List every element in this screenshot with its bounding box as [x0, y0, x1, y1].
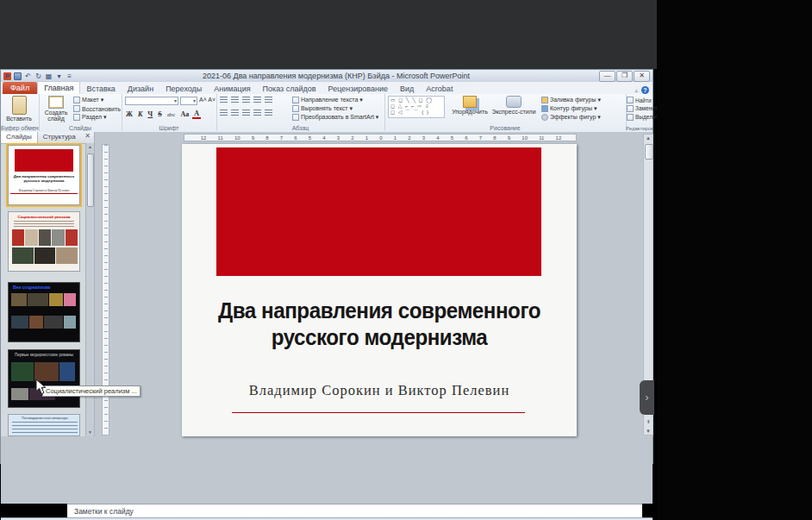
- notes-pane[interactable]: Заметки к слайду: [67, 504, 642, 517]
- slide-thumbnail-1[interactable]: Два направления современного русского мо…: [8, 145, 80, 205]
- align-right-icon[interactable]: [242, 110, 250, 116]
- reset-button[interactable]: Восстановить: [73, 105, 121, 112]
- slide-thumbnail-3[interactable]: Вне соцреализма: [8, 282, 80, 342]
- line-spacing-icon[interactable]: [265, 97, 272, 103]
- editing-group: Найти Заменить ▾ Выделить ▾ Редактирован…: [626, 94, 653, 131]
- drawing-group: ▭ ◻ ╲ ╲ ◻ ◯ ◻ △ ⌐ ⌐ ⇨ ⇩ ◻ ◁ ⌒ ⌒ { } Упор…: [384, 94, 627, 131]
- font-group: A˄ A˅ Ж К Ч S abc Aa А Шрифт: [122, 94, 217, 131]
- paragraph-group: Направление текста ▾ Выровнять текст ▾ П…: [216, 94, 385, 131]
- desktop: P ↶ ↻ ▦ ▾ ≡ 2021-06 Два направления моде…: [0, 0, 812, 520]
- tab-file[interactable]: Файл: [3, 82, 37, 94]
- shapes-gallery[interactable]: ▭ ◻ ╲ ╲ ◻ ◯ ◻ △ ⌐ ⌐ ⇨ ⇩ ◻ ◁ ⌒ ⌒ { }: [388, 96, 445, 118]
- tab-design[interactable]: Дизайн: [122, 83, 159, 94]
- convert-smartart-button[interactable]: Преобразовать в SmartArt ▾: [292, 114, 378, 121]
- slide-title[interactable]: Два направления современного русского мо…: [215, 298, 543, 351]
- thumb3-collage: [11, 293, 78, 336]
- columns-icon[interactable]: [265, 110, 272, 116]
- quick-access-toolbar: P ↶ ↻ ▦ ▾ ≡: [1, 70, 73, 82]
- tab-animations[interactable]: Анимация: [208, 83, 256, 94]
- align-buttons: [220, 110, 274, 116]
- pane-tab-slides[interactable]: Слайды: [1, 132, 38, 143]
- underline-button[interactable]: Ч: [146, 110, 154, 118]
- help-icon[interactable]: ?: [641, 86, 649, 94]
- grow-shrink-font[interactable]: A˄ A˅: [199, 97, 215, 103]
- indent-decrease-icon[interactable]: [242, 97, 250, 103]
- preview-icon[interactable]: ▦: [45, 72, 53, 80]
- align-left-icon[interactable]: [220, 110, 228, 116]
- thumbnail-tooltip: Социалистический реализм ...: [42, 385, 141, 397]
- maximize-button[interactable]: ❐: [616, 71, 633, 82]
- mouse-cursor: [35, 379, 47, 395]
- scroll-up-icon[interactable]: ▲: [644, 135, 653, 141]
- slide-thumbnail-2[interactable]: Социалистический реализм: [8, 211, 80, 272]
- pane-scroll-down-icon[interactable]: ▼: [86, 429, 94, 436]
- shape-fill-button[interactable]: Заливка фигуры ▾: [541, 97, 601, 103]
- smartart-icon: [292, 114, 299, 121]
- layout-button[interactable]: Макет ▾: [73, 97, 121, 103]
- bold-button[interactable]: Ж: [124, 110, 134, 118]
- tab-home[interactable]: Главная: [37, 81, 80, 94]
- paste-button[interactable]: Вставить: [4, 96, 34, 122]
- pane-scroll-up-icon[interactable]: ▲: [86, 143, 94, 151]
- meeting-panel-toggle[interactable]: ›: [640, 380, 654, 415]
- shape-effects-button[interactable]: Эффекты фигур ▾: [541, 114, 601, 121]
- font-size-combo[interactable]: [180, 97, 197, 105]
- font-name-combo[interactable]: [125, 97, 178, 105]
- slide-thumbnail-5[interactable]: Постмодернистская литература: [8, 414, 80, 436]
- shape-outline-icon: [541, 105, 548, 112]
- reset-icon: [73, 105, 80, 112]
- clipboard-group: Вставить Буфер обмена: [1, 94, 40, 131]
- minimize-button[interactable]: —: [599, 71, 615, 82]
- pane-tab-outline[interactable]: Структура: [38, 132, 81, 143]
- pane-scroll-thumb[interactable]: [87, 153, 94, 207]
- shape-outline-button[interactable]: Контур фигуры ▾: [541, 105, 601, 112]
- quick-styles-button[interactable]: Экспресс-стили: [491, 96, 536, 115]
- layout-icon: [73, 97, 80, 103]
- tab-transitions[interactable]: Переходы: [159, 83, 208, 94]
- undo-icon[interactable]: ↶: [24, 72, 32, 80]
- slide-subtitle[interactable]: Владимир Сорокин и Виктор Пелевин: [216, 382, 542, 399]
- numbering-icon[interactable]: [231, 97, 239, 103]
- new-slide-button[interactable]: Создать слайд: [41, 96, 71, 122]
- font-color-button[interactable]: А: [192, 110, 201, 119]
- next-slide-icon[interactable]: ⇟: [644, 418, 653, 424]
- close-button[interactable]: ✕: [634, 71, 650, 82]
- italic-button[interactable]: К: [136, 110, 144, 118]
- bullets-icon[interactable]: [220, 97, 228, 103]
- section-button[interactable]: Раздел ▾: [73, 114, 121, 121]
- minimize-ribbon-icon[interactable]: ▵: [634, 87, 638, 94]
- indent-increase-icon[interactable]: [253, 97, 261, 103]
- scroll-thumb[interactable]: [645, 144, 653, 160]
- horizontal-ruler: 12 11 10 9 8 7 6 5 4 3 2 1 0 1 2 3 4 5 6…: [184, 134, 577, 141]
- slide-subtitle-underline: [232, 412, 525, 413]
- text-direction-icon: [292, 97, 299, 103]
- pane-close-icon[interactable]: ✕: [81, 132, 94, 143]
- tab-review[interactable]: Рецензирование: [322, 83, 395, 94]
- tab-acrobat[interactable]: Acrobat: [420, 83, 459, 94]
- justify-icon[interactable]: [253, 110, 261, 116]
- powerpoint-window: P ↶ ↻ ▦ ▾ ≡ 2021-06 Два направления моде…: [0, 69, 653, 464]
- redo-icon[interactable]: ↻: [34, 72, 42, 80]
- paste-icon: [12, 96, 27, 115]
- tab-insert[interactable]: Вставка: [80, 83, 121, 94]
- shape-format-tools: Заливка фигуры ▾ Контур фигуры ▾ Эффекты…: [541, 97, 601, 121]
- tab-slideshow[interactable]: Показ слайдов: [257, 83, 322, 94]
- scroll-down-icon[interactable]: ▼: [644, 429, 653, 434]
- thumb5-text-lines: [12, 422, 78, 436]
- shadow-button[interactable]: abc: [166, 111, 178, 118]
- arrange-icon: [463, 96, 477, 108]
- thumb2-text-lines: [14, 221, 74, 228]
- align-center-icon[interactable]: [231, 110, 239, 116]
- strikethrough-button[interactable]: S: [156, 110, 163, 118]
- new-slide-icon: [48, 96, 64, 109]
- change-case-button[interactable]: Aa: [178, 110, 191, 118]
- arrange-button[interactable]: Упорядочить: [450, 96, 490, 115]
- text-direction-button[interactable]: Направление текста ▾: [292, 97, 378, 103]
- save-icon[interactable]: [14, 72, 22, 80]
- slide-red-banner[interactable]: [216, 147, 541, 276]
- qat-customize-icon[interactable]: ≡: [66, 72, 73, 80]
- slide-canvas[interactable]: Два направления современного русского мо…: [182, 144, 577, 436]
- qat-dropdown-icon[interactable]: ▾: [55, 72, 63, 80]
- tab-view[interactable]: Вид: [394, 83, 420, 94]
- align-text-button[interactable]: Выровнять текст ▾: [292, 105, 378, 112]
